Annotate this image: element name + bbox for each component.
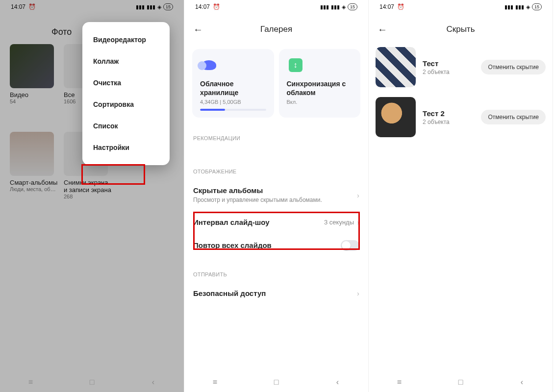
sync-icon [287, 58, 304, 73]
menu-item-sort[interactable]: Сортировка [82, 94, 170, 115]
nav-back-icon[interactable]: ‹ [141, 378, 166, 387]
album-count: 2 объекта [423, 69, 458, 75]
setting-title: Скрытые альбомы [193, 186, 357, 195]
nav-recent-icon[interactable]: ≡ [387, 378, 412, 387]
highlight-annotation [193, 212, 360, 250]
setting-secure-access[interactable]: Безопасный доступ › [184, 282, 368, 304]
storage-progress [200, 109, 266, 111]
setting-hidden-albums[interactable]: Скрытые альбомы Просмотр и управление ск… [184, 179, 368, 211]
section-display: ОТОБРАЖЕНИЕ [184, 169, 368, 174]
alarm-icon: ⏰ [213, 3, 220, 10]
signal-icon-2: ▮▮▮ [331, 4, 340, 10]
chevron-right-icon: › [357, 289, 359, 297]
battery-badge: 15 [348, 3, 357, 10]
signal-icon: ▮▮▮ [504, 4, 513, 10]
unhide-button[interactable]: Отменить скрытие [481, 110, 546, 124]
nav-back-icon[interactable]: ‹ [510, 378, 534, 387]
menu-item-cleanup[interactable]: Очистка [82, 72, 170, 94]
signal-icon-2: ▮▮▮ [515, 4, 524, 10]
card-title: Облачное хранилище [200, 79, 266, 97]
wifi-icon: ◈ [342, 4, 346, 10]
status-bar: 14:07 ⏰ ▮▮▮ ▮▮▮ ◈ 15 [184, 0, 368, 14]
back-icon[interactable]: ← [193, 24, 208, 35]
section-send: ОТПРАВИТЬ [184, 271, 368, 277]
overflow-menu: Видеоредактор Коллаж Очистка Сортировка … [82, 22, 170, 165]
unhide-button[interactable]: Отменить скрытие [481, 60, 546, 74]
page-header: ← Скрыть [369, 17, 553, 42]
nav-home-icon[interactable]: □ [80, 378, 104, 387]
nav-home-icon[interactable]: □ [264, 378, 289, 387]
android-navbar: ≡ □ ‹ [184, 372, 368, 392]
page-header: ← Галерея [184, 17, 368, 42]
android-navbar: ≡ □ ‹ [0, 372, 184, 392]
nav-back-icon[interactable]: ‹ [326, 378, 350, 387]
nav-recent-icon[interactable]: ≡ [19, 378, 43, 387]
page-title: Скрыть [392, 24, 529, 34]
screen-hide-albums: 14:07 ⏰ ▮▮▮ ▮▮▮ ◈ 15 ← Скрыть Тест 2 объ… [369, 0, 553, 392]
highlight-annotation [81, 164, 145, 185]
battery-badge: 15 [532, 3, 542, 10]
album-thumbnail[interactable] [376, 47, 416, 87]
setting-subtitle: Просмотр и управление скрытыми альбомами… [193, 196, 357, 204]
status-time: 14:07 [379, 3, 394, 10]
cloud-sync-card[interactable]: Синхронизация с облаком Вкл. [279, 49, 361, 118]
hidden-album-row: Тест 2 объекта Отменить скрытие [369, 42, 553, 92]
storage-cards: Облачное хранилище 4,34GB | 5,00GB Синхр… [184, 49, 368, 118]
card-subtitle: Вкл. [287, 99, 353, 105]
alarm-icon: ⏰ [397, 3, 404, 10]
album-thumbnail[interactable] [376, 97, 416, 137]
nav-home-icon[interactable]: □ [449, 378, 473, 387]
signal-icon: ▮▮▮ [320, 4, 329, 10]
section-recommendations: РЕКОМЕНДАЦИИ [184, 135, 368, 141]
menu-item-video-editor[interactable]: Видеоредактор [82, 29, 170, 50]
card-subtitle: 4,34GB | 5,00GB [200, 99, 266, 105]
chevron-right-icon: › [357, 191, 359, 199]
screen-gallery-settings: 14:07 ⏰ ▮▮▮ ▮▮▮ ◈ 15 ← Галерея Облачное … [184, 0, 369, 392]
menu-item-list[interactable]: Список [82, 115, 170, 137]
status-bar: 14:07 ⏰ ▮▮▮ ▮▮▮ ◈ 15 [369, 0, 553, 14]
status-time: 14:07 [195, 3, 210, 10]
album-name: Тест [423, 59, 458, 68]
screen-photos: 14:07 ⏰ ▮▮▮ ▮▮▮ ◈ 15 Фото Видео 54 Все 1… [0, 0, 184, 392]
menu-item-collage[interactable]: Коллаж [82, 50, 170, 72]
page-title: Галерея [208, 24, 345, 34]
cloud-storage-card[interactable]: Облачное хранилище 4,34GB | 5,00GB [192, 49, 274, 118]
nav-recent-icon[interactable]: ≡ [203, 378, 227, 387]
cloud-icon [200, 58, 218, 73]
hidden-album-row: Тест 2 2 объекта Отменить скрытие [369, 92, 553, 142]
wifi-icon: ◈ [526, 4, 530, 10]
back-icon[interactable]: ← [378, 24, 392, 35]
android-navbar: ≡ □ ‹ [369, 372, 553, 392]
card-title: Синхронизация с облаком [287, 79, 353, 97]
menu-item-settings[interactable]: Настройки [82, 137, 170, 158]
album-count: 2 объекта [423, 119, 458, 125]
album-name: Тест 2 [423, 109, 458, 118]
setting-title: Безопасный доступ [193, 289, 357, 297]
